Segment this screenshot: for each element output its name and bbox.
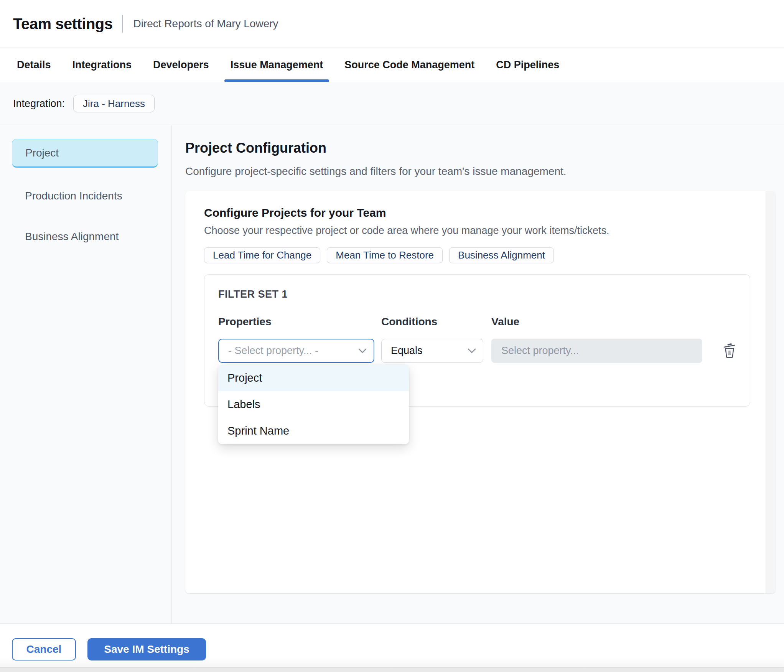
chevron-down-icon xyxy=(358,348,367,354)
integration-row: Integration: Jira - Harness xyxy=(0,82,784,125)
tab-details[interactable]: Details xyxy=(17,48,51,82)
dropdown-option-sprint-name[interactable]: Sprint Name xyxy=(218,418,409,444)
footer-bar: Cancel Save IM Settings xyxy=(0,624,784,672)
main-panel: Project Configuration Configure project-… xyxy=(172,125,784,623)
conditions-select[interactable]: Equals xyxy=(381,339,483,363)
team-settings-page: Team settings Direct Reports of Mary Low… xyxy=(0,0,784,672)
sidebar-item-business-alignment[interactable]: Business Alignment xyxy=(12,222,158,251)
chip-lead-time-for-change[interactable]: Lead Time for Change xyxy=(204,247,320,263)
section-description: Configure project-specific settings and … xyxy=(185,165,776,178)
tab-cd-pipelines[interactable]: CD Pipelines xyxy=(496,48,559,82)
dropdown-option-project[interactable]: Project xyxy=(218,365,409,391)
card-scrollbar-track[interactable] xyxy=(766,191,776,593)
properties-dropdown: Project Labels Sprint Name xyxy=(218,365,409,444)
column-header-value: Value xyxy=(491,316,702,328)
filter-set-title: FILTER SET 1 xyxy=(218,288,750,300)
card-title: Configure Projects for your Team xyxy=(204,206,776,219)
title-divider xyxy=(122,15,123,33)
value-input[interactable] xyxy=(491,339,702,363)
sidebar-item-project[interactable]: Project xyxy=(12,139,158,168)
properties-select-placeholder: - Select property... - xyxy=(228,345,318,357)
save-im-settings-button[interactable]: Save IM Settings xyxy=(87,638,206,660)
card-subtitle: Choose your respective project or code a… xyxy=(204,225,776,237)
content-area: Project Production Incidents Business Al… xyxy=(0,125,784,624)
tab-bar: Details Integrations Developers Issue Ma… xyxy=(0,48,784,82)
metric-chips-row: Lead Time for Change Mean Time to Restor… xyxy=(204,247,776,263)
page-header: Team settings Direct Reports of Mary Low… xyxy=(0,0,784,48)
tab-integrations[interactable]: Integrations xyxy=(72,48,132,82)
integration-label: Integration: xyxy=(13,98,65,110)
properties-select[interactable]: - Select property... - xyxy=(218,339,374,363)
integration-chip-jira-harness[interactable]: Jira - Harness xyxy=(73,95,155,112)
tab-issue-management[interactable]: Issue Management xyxy=(231,48,323,82)
column-header-conditions: Conditions xyxy=(381,316,491,328)
conditions-select-value: Equals xyxy=(391,345,423,357)
bottom-edge-strip xyxy=(0,667,784,672)
chevron-down-icon xyxy=(468,348,476,354)
tab-developers[interactable]: Developers xyxy=(153,48,209,82)
sidebar-item-production-incidents[interactable]: Production Incidents xyxy=(12,181,158,210)
delete-filter-button[interactable] xyxy=(721,341,738,361)
chip-business-alignment[interactable]: Business Alignment xyxy=(449,247,554,263)
filter-row: - Select property... - Equals xyxy=(218,339,750,363)
filter-column-headers: Properties Conditions Value xyxy=(218,316,750,328)
dropdown-option-labels[interactable]: Labels xyxy=(218,391,409,418)
settings-sidebar: Project Production Incidents Business Al… xyxy=(0,125,172,623)
filter-set-1: FILTER SET 1 Properties Conditions Value… xyxy=(204,274,750,407)
configure-projects-card: Configure Projects for your Team Choose … xyxy=(185,191,776,593)
chip-mean-time-to-restore[interactable]: Mean Time to Restore xyxy=(327,247,443,263)
column-header-properties: Properties xyxy=(218,316,381,328)
section-heading: Project Configuration xyxy=(185,140,776,156)
tab-source-code-management[interactable]: Source Code Management xyxy=(344,48,474,82)
page-title: Team settings xyxy=(13,15,113,33)
cancel-button[interactable]: Cancel xyxy=(12,638,76,660)
trash-icon xyxy=(723,342,736,359)
page-subtitle: Direct Reports of Mary Lowery xyxy=(133,18,278,30)
